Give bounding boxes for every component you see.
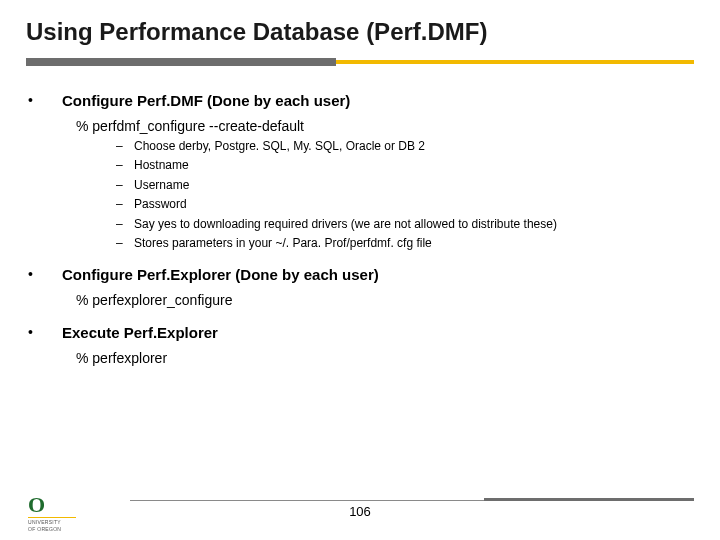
slide: Using Performance Database (Perf.DMF) • … bbox=[0, 0, 720, 540]
sub-item-text: Username bbox=[134, 177, 189, 194]
section-heading: Configure Perf.DMF (Done by each user) bbox=[62, 90, 350, 112]
footer: 106 bbox=[0, 490, 720, 530]
sub-item-text: Stores parameters in your ~/. Para. Prof… bbox=[134, 235, 432, 252]
sub-item-text: Say yes to downloading required drivers … bbox=[134, 216, 557, 233]
dash-icon: – bbox=[116, 216, 134, 233]
bullet-item: • Execute Perf.Explorer bbox=[26, 322, 694, 344]
command-line: % perfexplorer bbox=[76, 348, 694, 368]
sub-item-text: Choose derby, Postgre. SQL, My. SQL, Ora… bbox=[134, 138, 425, 155]
bullet-dot-icon: • bbox=[26, 264, 62, 286]
page-number: 106 bbox=[0, 504, 720, 519]
dash-icon: – bbox=[116, 196, 134, 213]
dash-icon: – bbox=[116, 157, 134, 174]
command-line: % perfexplorer_configure bbox=[76, 290, 694, 310]
bullet-item: • Configure Perf.Explorer (Done by each … bbox=[26, 264, 694, 286]
sub-item: –Say yes to downloading required drivers… bbox=[116, 216, 694, 233]
sub-item: –Username bbox=[116, 177, 694, 194]
dash-icon: – bbox=[116, 177, 134, 194]
sub-item: –Choose derby, Postgre. SQL, My. SQL, Or… bbox=[116, 138, 694, 155]
rule-grey bbox=[26, 58, 336, 66]
slide-title: Using Performance Database (Perf.DMF) bbox=[26, 18, 694, 46]
dash-icon: – bbox=[116, 138, 134, 155]
bullet-item: • Configure Perf.DMF (Done by each user) bbox=[26, 90, 694, 112]
sub-item-text: Password bbox=[134, 196, 187, 213]
sub-item: –Stores parameters in your ~/. Para. Pro… bbox=[116, 235, 694, 252]
sub-item-text: Hostname bbox=[134, 157, 189, 174]
bullet-dot-icon: • bbox=[26, 322, 62, 344]
section-heading: Execute Perf.Explorer bbox=[62, 322, 218, 344]
title-rule bbox=[26, 60, 694, 68]
command-line: % perfdmf_configure --create-default bbox=[76, 116, 694, 136]
section-heading: Configure Perf.Explorer (Done by each us… bbox=[62, 264, 379, 286]
footer-rule-accent bbox=[484, 498, 694, 501]
sub-item: –Hostname bbox=[116, 157, 694, 174]
dash-icon: – bbox=[116, 235, 134, 252]
bullet-dot-icon: • bbox=[26, 90, 62, 112]
sub-item: –Password bbox=[116, 196, 694, 213]
content: • Configure Perf.DMF (Done by each user)… bbox=[26, 90, 694, 368]
